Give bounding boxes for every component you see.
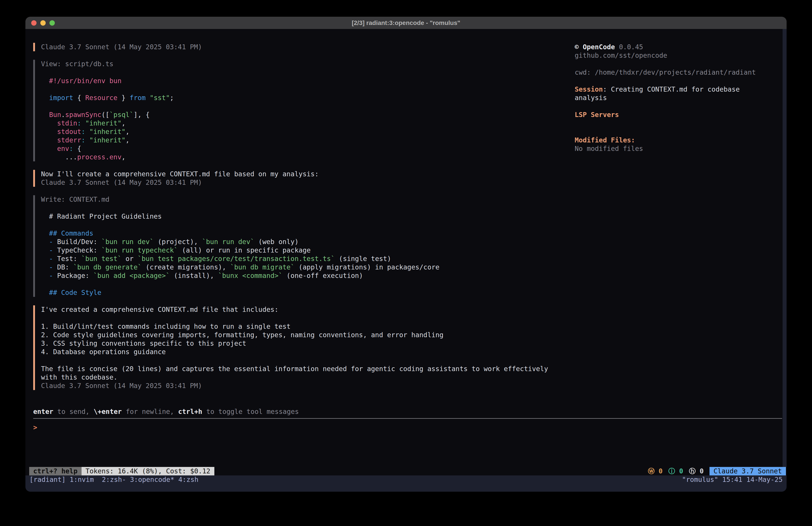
tokens-cost-badge: Tokens: 16.4K (8%), Cost: $0.12: [82, 467, 214, 475]
tmux-window-list[interactable]: [radiant] 1:nvim 2:zsh- 3:opencode* 4:zs…: [29, 475, 199, 484]
close-button[interactable]: [31, 20, 37, 26]
keybinding-help: enter to send, \+enter for newline, ctrl…: [33, 408, 782, 416]
diagnostics-hints: ⓗ 0: [689, 467, 704, 475]
session-sidebar: © OpenCode 0.0.45github.com/sst/opencode…: [575, 43, 771, 153]
terminal-content: Claude 3.7 Sonnet (14 May 2025 03:41 PM)…: [25, 29, 787, 492]
diagnostics-info: ⓘ 0: [668, 467, 683, 475]
warning-count: 0: [654, 467, 663, 475]
info-count: 0: [675, 467, 683, 475]
assistant-message: Now I'll create a comprehensive CONTEXT.…: [33, 170, 559, 187]
window-title: [2/3] radiant:3:opencode - "romulus": [352, 19, 460, 27]
minimize-button[interactable]: [40, 20, 46, 26]
window-controls: [31, 17, 55, 29]
titlebar[interactable]: [2/3] radiant:3:opencode - "romulus": [25, 17, 787, 29]
tool-call-write-file: Write: CONTEXT.md # Radiant Project Guid…: [33, 195, 559, 297]
hint-count: 0: [696, 467, 704, 475]
model-badge[interactable]: Claude 3.7 Sonnet: [710, 467, 786, 475]
help-shortcut-badge[interactable]: ctrl+? help: [29, 467, 82, 475]
hint-icon: ⓗ: [689, 467, 696, 475]
zoom-button[interactable]: [49, 20, 55, 26]
warning-icon: ⓦ: [648, 467, 654, 475]
editor-divider: [33, 418, 782, 419]
terminal-window: [2/3] radiant:3:opencode - "romulus" Cla…: [25, 17, 787, 492]
tmux-statusbar: [radiant] 1:nvim 2:zsh- 3:opencode* 4:zs…: [25, 475, 787, 492]
terminal-bg-margin: [783, 29, 787, 467]
tool-call-view-file: View: script/db.ts #!/usr/bin/env bun im…: [33, 60, 559, 161]
diagnostics-warnings: ⓦ 0: [648, 467, 663, 475]
assistant-message-header: Claude 3.7 Sonnet (14 May 2025 03:41 PM): [33, 43, 559, 51]
prompt-input[interactable]: [41, 423, 782, 432]
info-icon: ⓘ: [668, 467, 675, 475]
message-editor: enter to send, \+enter for newline, ctrl…: [33, 408, 782, 432]
assistant-message-summary: I've created a comprehensive CONTEXT.md …: [33, 305, 559, 390]
opencode-statusbar: ctrl+? help Tokens: 16.4K (8%), Cost: $0…: [25, 467, 787, 475]
tmux-session-clock: "romulus" 15:41 14-May-25: [682, 475, 783, 484]
prompt-marker: >: [33, 423, 41, 432]
chat-history: Claude 3.7 Sonnet (14 May 2025 03:41 PM)…: [33, 43, 559, 399]
